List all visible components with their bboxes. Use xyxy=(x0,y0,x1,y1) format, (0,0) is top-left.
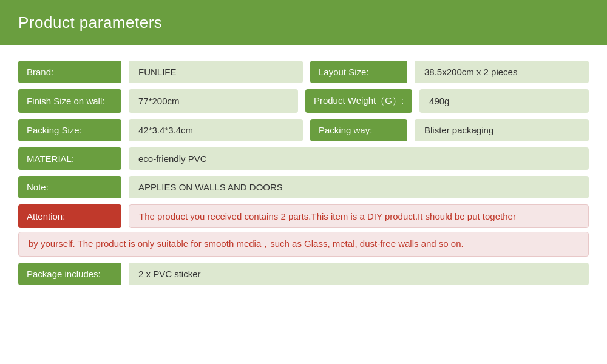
content-area: Brand:FUNLIFELayout Size:38.5x200cm x 2 … xyxy=(0,46,607,300)
row-2: Packing Size:42*3.4*3.4cmPacking way:Bli… xyxy=(18,119,589,141)
value-3: eco-friendly PVC xyxy=(129,147,589,170)
label-left-0: Brand: xyxy=(18,61,121,83)
label-left-1: Finish Size on wall: xyxy=(18,89,121,113)
row-1: Finish Size on wall:77*200cmProduct Weig… xyxy=(18,89,589,113)
value-left-1: 77*200cm xyxy=(129,89,298,113)
label-6: Package includes: xyxy=(18,263,121,285)
value-right-0: 38.5x200cm x 2 pieces xyxy=(415,61,589,83)
value-left-0: FUNLIFE xyxy=(129,61,303,83)
attention-row-5: Attention:The product you received conta… xyxy=(18,204,589,228)
row-6: Package includes:2 x PVC sticker xyxy=(18,263,589,285)
attention-label: Attention: xyxy=(18,204,121,228)
label-4: Note: xyxy=(18,176,121,198)
row-0: Brand:FUNLIFELayout Size:38.5x200cm x 2 … xyxy=(18,61,589,83)
value-right-1: 490g xyxy=(419,89,589,113)
value-left-2: 42*3.4*3.4cm xyxy=(129,119,303,141)
label-3: MATERIAL: xyxy=(18,147,121,170)
row-4: Note:APPLIES ON WALLS AND DOORS xyxy=(18,176,589,198)
value-right-2: Blister packaging xyxy=(415,119,589,141)
label-right-2: Packing way: xyxy=(310,119,407,141)
label-left-2: Packing Size: xyxy=(18,119,121,141)
row-3: MATERIAL:eco-friendly PVC xyxy=(18,147,589,170)
header: Product parameters xyxy=(0,0,607,46)
attention-continuation-row: by yourself. The product is only suitabl… xyxy=(18,234,589,257)
page-title: Product parameters xyxy=(18,13,162,32)
attention-value: The product you received contains 2 part… xyxy=(129,204,589,228)
label-right-0: Layout Size: xyxy=(310,61,407,83)
attention-continuation: by yourself. The product is only suitabl… xyxy=(18,232,589,257)
value-4: APPLIES ON WALLS AND DOORS xyxy=(129,176,589,198)
value-6: 2 x PVC sticker xyxy=(129,263,589,285)
label-right-1: Product Weight（G）: xyxy=(305,89,412,113)
